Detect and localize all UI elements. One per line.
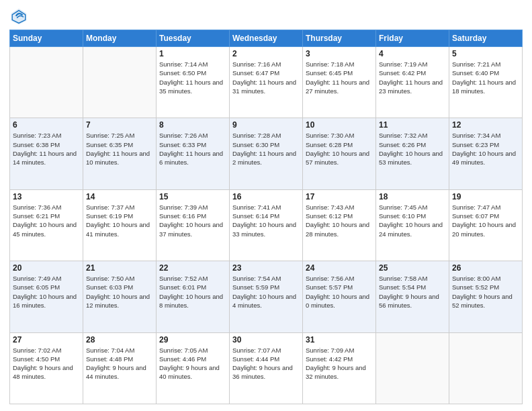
day-info: Sunrise: 7:49 AM Sunset: 6:05 PM Dayligh… xyxy=(13,274,80,310)
day-cell-16: 16Sunrise: 7:41 AM Sunset: 6:14 PM Dayli… xyxy=(230,189,303,261)
day-number: 15 xyxy=(159,192,226,201)
day-cell-28: 28Sunrise: 7:04 AM Sunset: 4:48 PM Dayli… xyxy=(83,332,157,404)
day-number: 27 xyxy=(13,335,80,345)
day-cell-26: 26Sunrise: 8:00 AM Sunset: 5:52 PM Dayli… xyxy=(449,261,523,332)
day-info: Sunrise: 7:50 AM Sunset: 6:03 PM Dayligh… xyxy=(86,274,153,310)
day-number: 25 xyxy=(379,263,446,273)
day-cell-18: 18Sunrise: 7:45 AM Sunset: 6:10 PM Dayli… xyxy=(376,189,449,261)
day-info: Sunrise: 7:16 AM Sunset: 6:47 PM Dayligh… xyxy=(232,60,300,95)
day-info: Sunrise: 7:43 AM Sunset: 6:12 PM Dayligh… xyxy=(306,203,373,238)
day-cell-7: 7Sunrise: 7:25 AM Sunset: 6:35 PM Daylig… xyxy=(83,118,157,189)
day-cell-24: 24Sunrise: 7:56 AM Sunset: 5:57 PM Dayli… xyxy=(303,261,376,332)
calendar-row-2: 6Sunrise: 7:23 AM Sunset: 6:38 PM Daylig… xyxy=(10,118,523,189)
empty-cell xyxy=(83,47,157,118)
day-number: 7 xyxy=(86,120,153,130)
day-cell-6: 6Sunrise: 7:23 AM Sunset: 6:38 PM Daylig… xyxy=(10,118,83,189)
day-number: 21 xyxy=(86,263,153,273)
day-cell-8: 8Sunrise: 7:26 AM Sunset: 6:33 PM Daylig… xyxy=(157,118,230,189)
day-cell-29: 29Sunrise: 7:05 AM Sunset: 4:46 PM Dayli… xyxy=(157,332,230,404)
day-number: 6 xyxy=(13,120,80,130)
page: SundayMondayTuesdayWednesdayThursdayFrid… xyxy=(0,0,532,411)
day-number: 22 xyxy=(159,263,226,273)
day-info: Sunrise: 7:45 AM Sunset: 6:10 PM Dayligh… xyxy=(379,203,446,238)
day-number: 18 xyxy=(379,192,446,201)
day-number: 14 xyxy=(86,192,153,201)
day-cell-31: 31Sunrise: 7:09 AM Sunset: 4:42 PM Dayli… xyxy=(303,332,376,404)
day-cell-4: 4Sunrise: 7:19 AM Sunset: 6:42 PM Daylig… xyxy=(376,47,449,118)
day-cell-15: 15Sunrise: 7:39 AM Sunset: 6:16 PM Dayli… xyxy=(157,189,230,261)
day-info: Sunrise: 7:28 AM Sunset: 6:30 PM Dayligh… xyxy=(232,131,300,167)
empty-cell xyxy=(449,332,523,404)
day-cell-27: 27Sunrise: 7:02 AM Sunset: 4:50 PM Dayli… xyxy=(10,332,83,404)
calendar-row-3: 13Sunrise: 7:36 AM Sunset: 6:21 PM Dayli… xyxy=(10,189,523,261)
day-info: Sunrise: 7:04 AM Sunset: 4:48 PM Dayligh… xyxy=(86,346,153,381)
day-cell-17: 17Sunrise: 7:43 AM Sunset: 6:12 PM Dayli… xyxy=(303,189,376,261)
empty-cell xyxy=(376,332,449,404)
day-number: 16 xyxy=(232,192,300,201)
day-number: 31 xyxy=(306,335,373,345)
day-cell-9: 9Sunrise: 7:28 AM Sunset: 6:30 PM Daylig… xyxy=(230,118,303,189)
empty-cell xyxy=(10,47,83,118)
day-cell-23: 23Sunrise: 7:54 AM Sunset: 5:59 PM Dayli… xyxy=(230,261,303,332)
day-info: Sunrise: 7:25 AM Sunset: 6:35 PM Dayligh… xyxy=(86,131,153,167)
day-info: Sunrise: 7:39 AM Sunset: 6:16 PM Dayligh… xyxy=(159,203,226,238)
day-info: Sunrise: 7:30 AM Sunset: 6:28 PM Dayligh… xyxy=(306,131,373,167)
day-info: Sunrise: 7:02 AM Sunset: 4:50 PM Dayligh… xyxy=(13,346,80,381)
day-number: 19 xyxy=(452,192,519,201)
day-cell-13: 13Sunrise: 7:36 AM Sunset: 6:21 PM Dayli… xyxy=(10,189,83,261)
day-cell-14: 14Sunrise: 7:37 AM Sunset: 6:19 PM Dayli… xyxy=(83,189,157,261)
day-cell-10: 10Sunrise: 7:30 AM Sunset: 6:28 PM Dayli… xyxy=(303,118,376,189)
day-cell-30: 30Sunrise: 7:07 AM Sunset: 4:44 PM Dayli… xyxy=(230,332,303,404)
weekday-friday: Friday xyxy=(376,30,449,47)
day-cell-3: 3Sunrise: 7:18 AM Sunset: 6:45 PM Daylig… xyxy=(303,47,376,118)
weekday-thursday: Thursday xyxy=(303,30,376,47)
calendar-table: SundayMondayTuesdayWednesdayThursdayFrid… xyxy=(9,30,523,404)
weekday-tuesday: Tuesday xyxy=(157,30,230,47)
day-number: 20 xyxy=(13,263,80,273)
weekday-wednesday: Wednesday xyxy=(230,30,303,47)
weekday-saturday: Saturday xyxy=(449,30,523,47)
day-cell-22: 22Sunrise: 7:52 AM Sunset: 6:01 PM Dayli… xyxy=(157,261,230,332)
day-info: Sunrise: 7:34 AM Sunset: 6:23 PM Dayligh… xyxy=(452,131,519,167)
day-cell-20: 20Sunrise: 7:49 AM Sunset: 6:05 PM Dayli… xyxy=(10,261,83,332)
day-info: Sunrise: 7:32 AM Sunset: 6:26 PM Dayligh… xyxy=(379,131,446,167)
day-info: Sunrise: 7:14 AM Sunset: 6:50 PM Dayligh… xyxy=(159,60,226,95)
day-info: Sunrise: 7:41 AM Sunset: 6:14 PM Dayligh… xyxy=(232,203,300,238)
day-number: 23 xyxy=(232,263,300,273)
day-info: Sunrise: 7:18 AM Sunset: 6:45 PM Dayligh… xyxy=(306,60,373,95)
calendar-row-5: 27Sunrise: 7:02 AM Sunset: 4:50 PM Dayli… xyxy=(10,332,523,404)
day-number: 2 xyxy=(232,49,300,58)
day-info: Sunrise: 8:00 AM Sunset: 5:52 PM Dayligh… xyxy=(452,274,519,310)
day-number: 11 xyxy=(379,120,446,130)
day-number: 3 xyxy=(306,49,373,58)
day-number: 9 xyxy=(232,120,300,130)
day-info: Sunrise: 7:54 AM Sunset: 5:59 PM Dayligh… xyxy=(232,274,300,310)
day-number: 29 xyxy=(159,335,226,345)
calendar-row-4: 20Sunrise: 7:49 AM Sunset: 6:05 PM Dayli… xyxy=(10,261,523,332)
weekday-sunday: Sunday xyxy=(10,30,83,47)
day-number: 1 xyxy=(159,49,226,58)
logo-icon xyxy=(9,7,28,26)
day-number: 4 xyxy=(379,49,446,58)
weekday-monday: Monday xyxy=(83,30,157,47)
day-number: 5 xyxy=(452,49,519,58)
day-cell-25: 25Sunrise: 7:58 AM Sunset: 5:54 PM Dayli… xyxy=(376,261,449,332)
day-number: 12 xyxy=(452,120,519,130)
day-number: 28 xyxy=(86,335,153,345)
day-number: 17 xyxy=(306,192,373,201)
day-number: 24 xyxy=(306,263,373,273)
day-info: Sunrise: 7:47 AM Sunset: 6:07 PM Dayligh… xyxy=(452,203,519,238)
calendar-row-1: 1Sunrise: 7:14 AM Sunset: 6:50 PM Daylig… xyxy=(10,47,523,118)
day-cell-5: 5Sunrise: 7:21 AM Sunset: 6:40 PM Daylig… xyxy=(449,47,523,118)
day-info: Sunrise: 7:07 AM Sunset: 4:44 PM Dayligh… xyxy=(232,346,300,381)
day-number: 26 xyxy=(452,263,519,273)
day-info: Sunrise: 7:58 AM Sunset: 5:54 PM Dayligh… xyxy=(379,274,446,310)
day-number: 10 xyxy=(306,120,373,130)
day-info: Sunrise: 7:09 AM Sunset: 4:42 PM Dayligh… xyxy=(306,346,373,381)
day-cell-2: 2Sunrise: 7:16 AM Sunset: 6:47 PM Daylig… xyxy=(230,47,303,118)
day-cell-12: 12Sunrise: 7:34 AM Sunset: 6:23 PM Dayli… xyxy=(449,118,523,189)
logo xyxy=(9,7,31,26)
day-number: 13 xyxy=(13,192,80,201)
day-info: Sunrise: 7:21 AM Sunset: 6:40 PM Dayligh… xyxy=(452,60,519,95)
day-info: Sunrise: 7:19 AM Sunset: 6:42 PM Dayligh… xyxy=(379,60,446,95)
